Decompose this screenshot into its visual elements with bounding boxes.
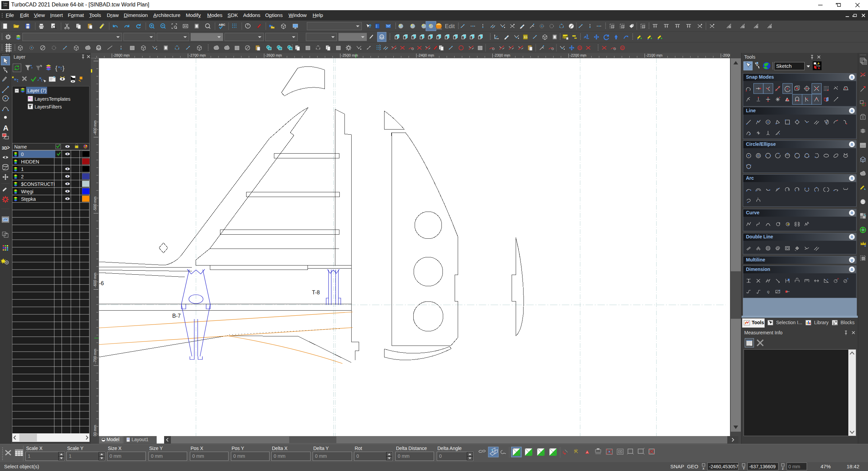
svg-text:D: D [847, 278, 849, 280]
svg-text:Edit: Edit [445, 23, 455, 30]
svg-text:B-7: B-7 [172, 313, 181, 319]
svg-text:}: } [62, 65, 64, 72]
svg-text:-600 mm: -600 mm [93, 273, 97, 287]
svg-text:Y: Y [743, 466, 745, 470]
svg-text:LayersTemplates: LayersTemplates [35, 96, 71, 102]
svg-text:R: R [837, 278, 839, 280]
svg-text:-300 mm: -300 mm [93, 58, 97, 59]
svg-text:A: A [827, 278, 828, 280]
svg-text:3:1: 3:1 [524, 36, 528, 39]
svg-text:-6: -6 [99, 280, 104, 286]
svg-text:3: 3 [788, 188, 789, 191]
svg-text:-2400 mm: -2400 mm [417, 53, 434, 57]
svg-text:LayersFilters: LayersFilters [35, 104, 62, 110]
svg-text:0: 0 [21, 152, 24, 157]
svg-text:-2800 mm: -2800 mm [113, 53, 130, 57]
svg-text:Q: Q [767, 290, 769, 294]
svg-text:-2700 mm: -2700 mm [189, 53, 206, 57]
svg-text:-500 mm: -500 mm [93, 197, 97, 211]
svg-text:?: ? [369, 23, 372, 29]
svg-text:Wręgi: Wręgi [21, 189, 33, 194]
svg-text:-2100 mm: -2100 mm [646, 53, 663, 57]
svg-text:3: 3 [757, 197, 759, 199]
svg-text:3: 3 [798, 188, 799, 190]
svg-text:T-8: T-8 [312, 290, 320, 295]
svg-text:1: 1 [21, 166, 24, 172]
svg-text:2: 2 [21, 174, 24, 179]
svg-text:x: x [703, 466, 705, 470]
svg-text:z: z [782, 466, 784, 470]
svg-text:Stępka: Stępka [21, 196, 36, 202]
svg-text:-2600 mm: -2600 mm [265, 53, 282, 57]
svg-text:3D: 3D [2, 145, 7, 151]
svg-text:$CONSTRUCTI: $CONSTRUCTI [21, 181, 55, 187]
svg-text:-400 mm: -400 mm [93, 120, 97, 135]
svg-text:-2500 mm: -2500 mm [341, 53, 358, 57]
svg-text:-2200 mm: -2200 mm [570, 53, 587, 57]
svg-text:A: A [3, 124, 8, 132]
svg-text:Name: Name [14, 144, 27, 150]
svg-text:-2000 mm: -2000 mm [722, 53, 730, 57]
svg-text:HIDDEN: HIDDEN [21, 159, 39, 164]
svg-text:-700 mm: -700 mm [93, 349, 97, 364]
svg-text:A: A [586, 451, 588, 454]
svg-text:Layer (7): Layer (7) [27, 88, 46, 93]
svg-text:-2300 mm: -2300 mm [494, 53, 511, 57]
svg-text:{: { [55, 65, 57, 72]
